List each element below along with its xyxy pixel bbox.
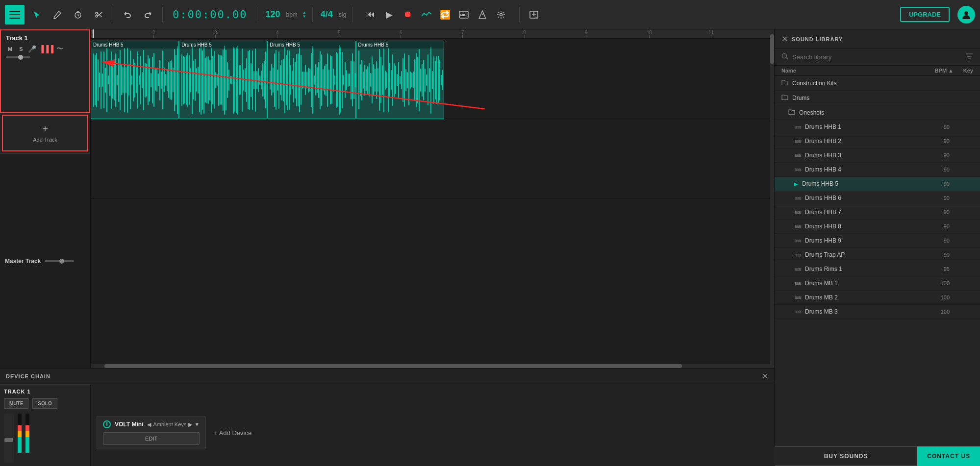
library-item[interactable]: ≋≋ Drums MB 1 100	[775, 276, 980, 291]
tracks-area: Track 1 M S 🎤 ▐▐▐ 〜 + Add Track	[0, 29, 774, 466]
playhead[interactable]	[93, 29, 94, 38]
track-1-label: Track 1 M S 🎤 ▐▐▐ 〜	[0, 29, 90, 113]
sep4	[312, 7, 313, 22]
library-item[interactable]: ≋≋ Drums Rims 1 95	[775, 262, 980, 276]
library-folder-oneshots[interactable]: Oneshots	[775, 105, 980, 120]
select-tool-button[interactable]	[28, 6, 45, 23]
device-name: VOLT Mini	[115, 421, 143, 428]
add-device-button[interactable]: + Add Device	[214, 429, 251, 437]
track-clip-2[interactable]: Drums HHB 5	[267, 41, 355, 119]
waveform-icon: ≋≋	[794, 238, 801, 244]
solo-ctrl[interactable]: S	[17, 45, 25, 53]
play-button[interactable]: ▶	[381, 6, 398, 23]
track-solo-button[interactable]: SOLO	[32, 398, 57, 409]
contact-us-button[interactable]: CONTACT US	[917, 446, 980, 466]
ruler-mark: 11	[708, 30, 714, 38]
library-item[interactable]: ≋≋ Drums HHB 1 90	[775, 120, 980, 134]
library-close-button[interactable]: ✕	[781, 34, 788, 44]
library-item[interactable]: ≋≋ Drums Trap AP 90	[775, 248, 980, 262]
loop-button[interactable]: 🔁	[437, 6, 453, 23]
track-mute-button[interactable]: MUTE	[4, 398, 28, 409]
col-bpm-header[interactable]: BPM ▲	[929, 68, 954, 74]
library-item[interactable]: ≋≋ Drums HHB 3 90	[775, 148, 980, 163]
automation-button[interactable]	[418, 6, 435, 23]
device-chain-close-button[interactable]: ✕	[762, 371, 768, 381]
item-name: Drums HHB 1	[805, 123, 921, 130]
settings-button[interactable]	[493, 6, 509, 23]
pencil-tool-button[interactable]	[49, 6, 66, 23]
preset-name: Ambient Keys	[153, 421, 186, 427]
metronome-button[interactable]	[474, 6, 491, 23]
library-item[interactable]: ≋≋ Drums MB 2 100	[775, 291, 980, 305]
svg-line-15	[786, 58, 788, 60]
master-volume-slider[interactable]	[45, 260, 74, 262]
item-bpm: 100	[925, 309, 950, 315]
buy-sounds-button[interactable]: BUY SOUNDS	[775, 446, 917, 466]
library-item[interactable]: ≋≋ Drums HHB 4 90	[775, 163, 980, 177]
device-preset[interactable]: ◀ Ambient Keys ▶ ▼	[147, 421, 200, 428]
waveform-icon: ≋≋	[794, 153, 801, 158]
folder-name: Oneshots	[799, 109, 824, 116]
filter-button[interactable]	[965, 53, 973, 61]
waveform-icon: ≋≋	[794, 196, 801, 201]
redo-button[interactable]	[140, 6, 156, 23]
upgrade-button[interactable]: UPGRADE	[900, 7, 950, 22]
track-1-volume[interactable]	[6, 56, 30, 58]
bpm-arrows[interactable]: ▲▼	[302, 11, 306, 19]
add-track-button[interactable]: + Add Track	[2, 115, 88, 151]
library-folder-drums[interactable]: Drums	[775, 91, 980, 105]
folder-icon	[788, 109, 795, 116]
device-power-button[interactable]	[103, 420, 111, 428]
folder-icon	[781, 79, 788, 87]
record-button[interactable]: ⏺	[400, 6, 416, 23]
v-scrollbar[interactable]	[770, 29, 774, 368]
library-item[interactable]: ▶ Drums HHB 5 90	[775, 177, 980, 191]
play-icon: ▶	[794, 181, 798, 187]
item-bpm: 90	[925, 181, 950, 187]
transport-buttons: ⏮ ▶ ⏺ 🔁 MIDI	[362, 6, 509, 23]
db-meter-2	[25, 414, 29, 453]
search-input[interactable]	[792, 53, 961, 61]
item-name: Drums Trap AP	[805, 251, 921, 258]
library-item[interactable]: ≋≋ Drums HHB 7 90	[775, 205, 980, 220]
library-columns: Name BPM ▲ Key	[775, 66, 980, 76]
col-key-header: Key	[954, 68, 973, 74]
avatar-button[interactable]	[957, 6, 975, 24]
sig-display[interactable]: 4/4	[321, 9, 333, 20]
h-scrollbar[interactable]	[91, 364, 770, 368]
undo-button[interactable]	[119, 6, 136, 23]
bpm-display[interactable]: 120	[265, 9, 280, 20]
preset-dropdown[interactable]: ▼	[194, 421, 200, 427]
track-1-name: Track 1	[6, 34, 84, 42]
mute-ctrl[interactable]: M	[6, 45, 14, 53]
track-clip-0[interactable]: Drums HHB 5	[91, 41, 179, 119]
sep3	[257, 7, 257, 22]
library-item[interactable]: ≋≋ Drums HHB 9 90	[775, 234, 980, 248]
library-item[interactable]: ≋≋ Drums MB 3 100	[775, 305, 980, 319]
device-edit-button[interactable]: EDIT	[103, 432, 200, 445]
menu-button[interactable]	[5, 5, 25, 25]
library-item[interactable]: ≋≋ Drums HHB 6 90	[775, 191, 980, 205]
item-bpm: 90	[925, 209, 950, 215]
export-button[interactable]	[526, 6, 542, 23]
scissors-tool-button[interactable]	[90, 6, 107, 23]
svg-point-11	[964, 11, 968, 15]
track-clip-3[interactable]: Drums HHB 5	[356, 41, 444, 119]
folder-name: Drums	[792, 95, 809, 101]
library-item[interactable]: ≋≋ Drums HHB 2 90	[775, 134, 980, 148]
track-clip-1[interactable]: Drums HHB 5	[179, 41, 267, 119]
waveform-icon: ≋≋	[794, 252, 801, 258]
library-footer: BUY SOUNDS CONTACT US	[775, 446, 980, 466]
ruler-mark: 10	[647, 30, 652, 38]
item-bpm: 90	[925, 223, 950, 229]
item-bpm: 90	[925, 252, 950, 258]
skip-back-button[interactable]: ⏮	[362, 6, 379, 23]
library-folder-construction-kits[interactable]: Construction Kits	[775, 76, 980, 91]
library-item[interactable]: ≋≋ Drums HHB 8 90	[775, 220, 980, 234]
timer-tool-button[interactable]	[70, 6, 86, 23]
track-fader[interactable]	[4, 414, 14, 463]
midi-button[interactable]: MIDI	[455, 6, 472, 23]
device-chain-title: DEVICE CHAIN	[6, 373, 758, 379]
waveform-icon: ≋≋	[794, 281, 801, 286]
svg-text:MIDI: MIDI	[460, 13, 468, 17]
